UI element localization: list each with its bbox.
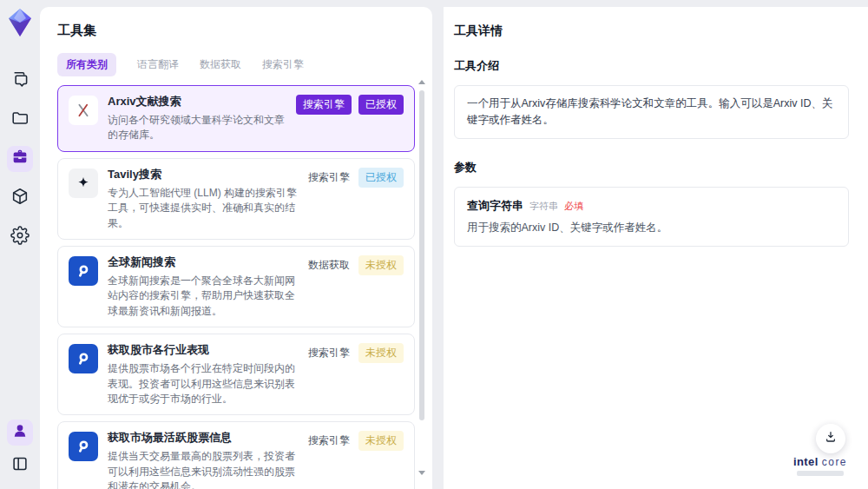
tool-list: Arxiv文献搜索 访问各个研究领域大量科学论文和文章的存储库。 搜索引擎 已授…: [57, 85, 415, 489]
stock-sector-icon: [69, 344, 98, 373]
active-stock-icon: [69, 432, 98, 461]
sidebar-item-chat[interactable]: [7, 68, 33, 94]
tool-description: 全球新闻搜索是一个聚合全球各大新闻网站内容的搜索引擎，帮助用户快速获取全球最新资…: [108, 274, 297, 319]
brand-subtext-decoration: [797, 471, 844, 476]
brand-primary: intel: [793, 455, 819, 468]
settings-icon: [10, 226, 30, 248]
tab-language-translation[interactable]: 语言翻译: [137, 53, 179, 76]
briefcase-icon: [10, 148, 30, 170]
folder-icon: [10, 109, 30, 131]
tab-search-engine[interactable]: 搜索引擎: [262, 53, 304, 76]
app-logo[interactable]: [6, 7, 34, 38]
parameter-required-flag: 必填: [564, 200, 583, 213]
tool-detail-panel: 工具详情 工具介绍 一个用于从Arxiv存储库搜索科学论文和文章的工具。输入可以…: [444, 7, 868, 489]
scrollbar-thumb[interactable]: [419, 90, 424, 420]
tool-name: 全球新闻搜索: [108, 254, 297, 270]
intel-core-logo: intel core: [783, 455, 858, 476]
sidebar-item-files[interactable]: [7, 107, 33, 133]
user-icon: [11, 422, 29, 443]
tool-name: Arxiv文献搜索: [108, 94, 286, 109]
auth-status-badge: 未授权: [358, 343, 404, 363]
tool-card-tavily[interactable]: Tavily搜索 专为人工智能代理 (LLM) 构建的搜索引擎工具，可快速提供实…: [57, 158, 415, 240]
panel-toggle-icon: [10, 454, 30, 477]
tool-intro-text: 一个用于从Arxiv存储库搜索科学论文和文章的工具。输入可以是Arxiv ID、…: [454, 85, 849, 139]
sidebar-item-packages[interactable]: [7, 185, 33, 211]
tool-name: Tavily搜索: [108, 167, 297, 182]
sidebar-item-tools[interactable]: [7, 146, 33, 172]
params-heading: 参数: [454, 160, 849, 175]
tool-card-active-stocks[interactable]: 获取市场最活跃股票信息 提供当天交易量最高的股票列表，投资者可以利用这些信息来识…: [57, 421, 415, 489]
left-sidebar: [0, 0, 40, 489]
tool-card-arxiv[interactable]: Arxiv文献搜索 访问各个研究领域大量科学论文和文章的存储库。 搜索引擎 已授…: [57, 85, 415, 152]
auth-status-badge: 已授权: [358, 95, 404, 115]
scroll-up-arrow-icon[interactable]: [418, 80, 425, 84]
gem-logo-icon: [7, 8, 33, 37]
brand-secondary: core: [822, 456, 847, 468]
sidebar-item-settings[interactable]: [7, 224, 33, 250]
package-icon: [10, 187, 30, 209]
tool-description: 访问各个研究领域大量科学论文和文章的存储库。: [108, 113, 286, 143]
news-search-icon: [69, 256, 98, 286]
category-badge: 搜索引擎: [306, 431, 352, 451]
tool-description: 提供当天交易量最高的股票列表，投资者可以利用这些信息来识别流动性强的股票和潜在的…: [108, 449, 297, 489]
category-badge: 搜索引擎: [306, 168, 352, 188]
tool-card-global-news[interactable]: 全球新闻搜索 全球新闻搜索是一个聚合全球各大新闻网站内容的搜索引擎，帮助用户快速…: [57, 246, 415, 327]
parameter-type: 字符串: [529, 200, 558, 213]
page-title: 工具集: [57, 23, 432, 39]
tool-card-stock-sector[interactable]: 获取股市各行业表现 提供股票市场各个行业在特定时间段内的表现。投资者可以利用这些…: [57, 334, 415, 415]
download-icon: [824, 430, 838, 447]
tool-name: 获取市场最活跃股票信息: [108, 430, 297, 446]
list-scrollbar[interactable]: [418, 80, 426, 486]
category-badge: 搜索引擎: [296, 95, 352, 115]
tools-panel: 工具集 所有类别 语言翻译 数据获取 搜索引擎 Arxiv文献搜索 访问各个研究…: [40, 7, 432, 489]
auth-status-badge: 未授权: [358, 431, 404, 451]
tab-all-categories[interactable]: 所有类别: [57, 53, 116, 76]
arxiv-icon: [69, 96, 98, 125]
download-button[interactable]: [816, 424, 845, 453]
auth-status-badge: 未授权: [358, 255, 404, 275]
sidebar-item-panel-toggle[interactable]: [7, 453, 33, 479]
category-tabs: 所有类别 语言翻译 数据获取 搜索引擎: [57, 53, 432, 76]
tavily-sparkle-icon: [69, 169, 98, 198]
parameter-card: 查询字符串 字符串 必填 用于搜索的Arxiv ID、关键字或作者姓名。: [454, 187, 849, 247]
category-badge: 数据获取: [306, 255, 352, 275]
tool-description: 提供股票市场各个行业在特定时间段内的表现。投资者可以利用这些信息来识别表现优于或…: [108, 361, 297, 406]
scroll-down-arrow-icon[interactable]: [418, 471, 425, 475]
parameter-name: 查询字符串: [467, 198, 523, 214]
tab-data-acquisition[interactable]: 数据获取: [200, 53, 241, 76]
chat-icon: [10, 69, 30, 92]
tool-description: 专为人工智能代理 (LLM) 构建的搜索引擎工具，可快速提供实时、准确和真实的结…: [108, 186, 297, 231]
detail-title: 工具详情: [454, 23, 849, 39]
sidebar-item-account[interactable]: [7, 420, 33, 446]
category-badge: 搜索引擎: [306, 343, 352, 363]
parameter-description: 用于搜索的Arxiv ID、关键字或作者姓名。: [467, 221, 836, 235]
intro-heading: 工具介绍: [454, 58, 849, 74]
auth-status-badge: 已授权: [358, 168, 404, 188]
tool-name: 获取股市各行业表现: [108, 342, 297, 358]
